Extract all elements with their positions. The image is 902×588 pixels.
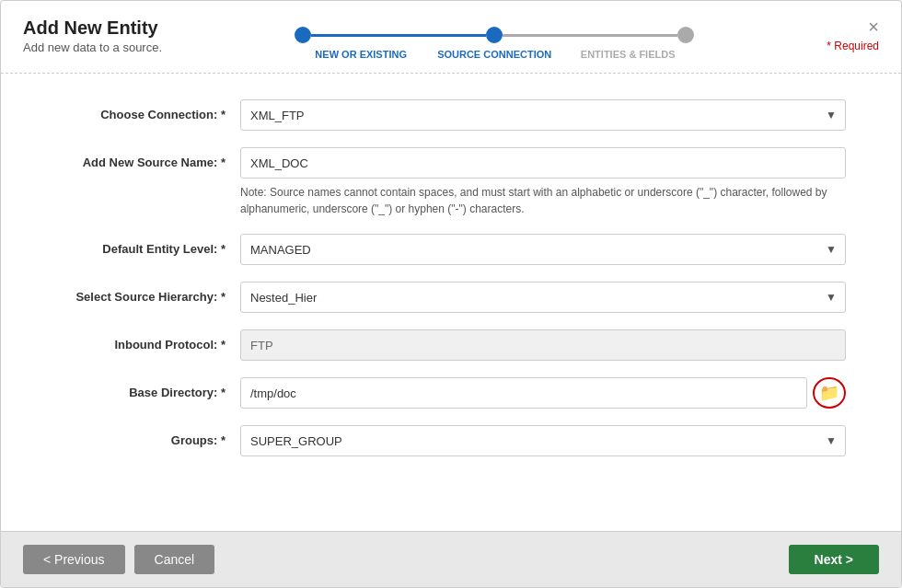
choose-connection-select-wrapper: XML_FTP XML_SFTP XML_HTTP ▼ — [240, 99, 846, 131]
folder-browse-button[interactable]: 📁 — [813, 377, 846, 409]
step-3-label: ENTITIES & FIELDS — [568, 49, 688, 60]
hierarchy-row: Select Source Hierarchy: * Nested_Hier F… — [56, 282, 846, 313]
entity-level-control: MANAGED UNMANAGED ▼ — [240, 234, 846, 265]
modal-header: Add New Entity Add new data to a source.… — [1, 1, 901, 74]
hierarchy-select-wrapper: Nested_Hier Flat_Hier ▼ — [240, 282, 846, 313]
entity-level-select[interactable]: MANAGED UNMANAGED — [240, 234, 846, 265]
header-right: × * Required — [827, 17, 879, 52]
hierarchy-control: Nested_Hier Flat_Hier ▼ — [240, 282, 846, 313]
source-name-note: Note: Source names cannot contain spaces… — [240, 184, 846, 217]
source-name-control: Note: Source names cannot contain spaces… — [240, 147, 846, 217]
hierarchy-select[interactable]: Nested_Hier Flat_Hier — [240, 282, 846, 313]
source-name-input[interactable] — [240, 147, 846, 179]
add-entity-modal: Add New Entity Add new data to a source.… — [0, 0, 902, 588]
protocol-input — [240, 329, 846, 361]
step-line-2 — [503, 34, 677, 37]
protocol-label: Inbound Protocol: * — [56, 329, 240, 361]
base-dir-label: Base Directory: * — [56, 377, 240, 409]
groups-select-wrapper: SUPER_GROUP ADMIN_GROUP ▼ — [240, 425, 846, 456]
next-button[interactable]: Next > — [789, 545, 879, 574]
source-name-row: Add New Source Name: * Note: Source name… — [56, 147, 846, 217]
base-dir-row: Base Directory: * 📁 — [56, 377, 846, 409]
groups-select[interactable]: SUPER_GROUP ADMIN_GROUP — [240, 425, 846, 456]
step-3-circle — [677, 27, 694, 43]
choose-connection-label: Choose Connection: * — [56, 99, 240, 131]
hierarchy-label: Select Source Hierarchy: * — [56, 282, 240, 313]
stepper-area: NEW OR EXISTING SOURCE CONNECTION ENTITI… — [162, 17, 827, 60]
entity-level-select-wrapper: MANAGED UNMANAGED ▼ — [240, 234, 846, 265]
stepper-track — [295, 27, 694, 43]
folder-icon: 📁 — [819, 383, 839, 403]
groups-label: Groups: * — [56, 425, 240, 456]
base-dir-control: 📁 — [240, 377, 846, 409]
step-labels: NEW OR EXISTING SOURCE CONNECTION ENTITI… — [301, 49, 688, 60]
step-2-circle — [486, 27, 503, 43]
modal-subtitle: Add new data to a source. — [23, 40, 162, 54]
cancel-button[interactable]: Cancel — [134, 545, 215, 574]
close-button[interactable]: × — [868, 17, 879, 36]
modal-title: Add New Entity — [23, 17, 162, 39]
base-dir-wrap: 📁 — [240, 377, 846, 409]
groups-row: Groups: * SUPER_GROUP ADMIN_GROUP ▼ — [56, 425, 846, 456]
title-area: Add New Entity Add new data to a source. — [23, 17, 162, 54]
previous-button[interactable]: < Previous — [23, 545, 125, 574]
step-1-circle — [295, 27, 311, 43]
step-2-label: SOURCE CONNECTION — [434, 49, 554, 60]
source-name-label: Add New Source Name: * — [56, 147, 240, 179]
entity-level-row: Default Entity Level: * MANAGED UNMANAGE… — [56, 234, 846, 265]
groups-control: SUPER_GROUP ADMIN_GROUP ▼ — [240, 425, 846, 456]
step-line-1 — [311, 34, 486, 37]
modal-body: Choose Connection: * XML_FTP XML_SFTP XM… — [1, 74, 901, 531]
modal-footer: < Previous Cancel Next > — [1, 531, 901, 587]
entity-level-label: Default Entity Level: * — [56, 234, 240, 265]
step-1-label: NEW OR EXISTING — [301, 49, 421, 60]
base-dir-input[interactable] — [240, 377, 807, 409]
choose-connection-control: XML_FTP XML_SFTP XML_HTTP ▼ — [240, 99, 846, 131]
choose-connection-select[interactable]: XML_FTP XML_SFTP XML_HTTP — [240, 99, 846, 131]
required-note: * Required — [827, 40, 879, 52]
footer-left: < Previous Cancel — [23, 545, 214, 574]
protocol-control — [240, 329, 846, 361]
choose-connection-row: Choose Connection: * XML_FTP XML_SFTP XM… — [56, 99, 846, 131]
protocol-row: Inbound Protocol: * — [56, 329, 846, 361]
